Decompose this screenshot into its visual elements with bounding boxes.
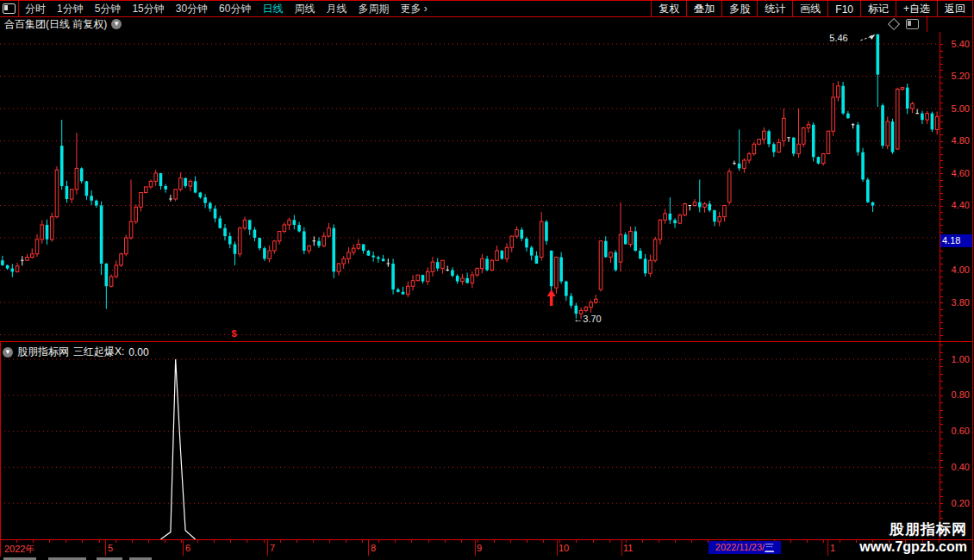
time-axis-label: 6 <box>185 543 190 553</box>
period-item-30分钟[interactable]: 30分钟 <box>176 2 208 16</box>
indicator-value: 0.00 <box>128 346 148 358</box>
period-item-5分钟[interactable]: 5分钟 <box>95 2 122 16</box>
annotation-low-price: ←3.70 <box>573 314 601 324</box>
time-axis[interactable]: 2022年56789101112022/11/23/三 <box>0 539 972 557</box>
indicator-source: 股朋指标网 <box>17 345 69 359</box>
period-item-月线[interactable]: 月线 <box>326 2 347 16</box>
price-axis-label: 5.40 <box>952 40 970 49</box>
annotation-high-price: 5.46 <box>829 33 847 43</box>
divider <box>927 16 927 32</box>
price-axis-label: 5.20 <box>952 72 970 81</box>
tool-item-标记[interactable]: 标记 <box>860 1 896 16</box>
page-title: 合百集团(日线 前复权) <box>0 17 107 32</box>
watermark: 股朋指标网 www.7gpzb.com <box>859 520 967 555</box>
window-left-border <box>0 341 1 557</box>
tool-item-F10[interactable]: F10 <box>827 1 860 16</box>
indicator-axis-label: 1.00 <box>952 355 970 364</box>
time-axis-label: 5 <box>108 543 113 553</box>
tool-item-画线[interactable]: 画线 <box>792 1 827 16</box>
chevron-down-circle-icon[interactable]: ▼ <box>3 347 13 358</box>
sell-dollar-marker: $ <box>232 328 237 339</box>
indicator-axis-label: 0.80 <box>952 390 970 400</box>
price-axis-label: 4.00 <box>952 265 970 275</box>
time-axis-label: 8 <box>371 543 376 553</box>
indicator-axis-label: 0.40 <box>952 463 970 472</box>
period-item-日线[interactable]: 日线 <box>262 2 283 16</box>
chevron-down-circle-icon[interactable]: ▼ <box>111 19 122 29</box>
selected-date-tag: 2022/11/23/三 <box>709 541 781 554</box>
time-axis-label: 10 <box>559 543 569 553</box>
price-axis-label: 4.80 <box>952 136 970 146</box>
price-axis-label: 4.40 <box>952 201 970 210</box>
price-axis-label: 4.60 <box>952 169 970 178</box>
indicator-axis-label: 0.60 <box>952 426 970 436</box>
trading-app-window: 分时1分钟5分钟15分钟30分钟60分钟日线周线月线多周期更多 › 复权叠加多股… <box>0 0 974 560</box>
tool-item-+自选[interactable]: +自选 <box>896 1 937 16</box>
candlestick-chart[interactable]: 5.46←3.70$ <box>0 32 940 341</box>
period-item-更多 ›[interactable]: 更多 › <box>400 2 427 16</box>
window-split-icon <box>3 3 16 14</box>
clipped-bottom-tabs <box>0 557 974 560</box>
tool-item-叠加[interactable]: 叠加 <box>686 1 721 16</box>
indicator-name: 三红起爆X: <box>73 345 124 359</box>
panel-toggle-button[interactable] <box>0 1 19 16</box>
tool-item-统计[interactable]: 统计 <box>757 1 792 16</box>
indicator-axis: 1.000.800.600.400.20 <box>940 342 973 539</box>
time-axis-label: 7 <box>270 543 275 553</box>
period-item-1分钟[interactable]: 1分钟 <box>57 2 84 16</box>
time-axis-label: 9 <box>477 543 482 553</box>
window-right-border <box>972 0 973 560</box>
tools-menu: 复权叠加多股统计画线F10标记+自选返回 <box>651 1 972 16</box>
tool-item-复权[interactable]: 复权 <box>651 1 686 16</box>
time-axis-label: 2022年 <box>4 543 34 556</box>
period-item-分时[interactable]: 分时 <box>25 2 46 16</box>
price-axis-label: 3.80 <box>952 298 970 308</box>
watermark-line1: 股朋指标网 <box>859 520 967 539</box>
tool-item-多股[interactable]: 多股 <box>721 1 757 16</box>
diamond-outline-icon[interactable] <box>888 18 900 30</box>
period-item-60分钟[interactable]: 60分钟 <box>219 2 251 16</box>
last-price-tag: 4.18 <box>940 234 973 247</box>
price-axis-label: 5.00 <box>952 104 970 114</box>
period-item-多周期[interactable]: 多周期 <box>358 2 389 16</box>
indicator-panel[interactable]: ▼ 股朋指标网 三红起爆X: 0.00 <box>0 342 940 539</box>
watermark-line2: www.7gpzb.com <box>859 539 967 555</box>
period-toolbar: 分时1分钟5分钟15分钟30分钟60分钟日线周线月线多周期更多 › 复权叠加多股… <box>0 0 972 17</box>
indicator-header: ▼ 股朋指标网 三红起爆X: 0.00 <box>3 345 149 359</box>
window-icon[interactable] <box>906 19 919 29</box>
period-item-15分钟[interactable]: 15分钟 <box>132 2 164 16</box>
period-menu: 分时1分钟5分钟15分钟30分钟60分钟日线周线月线多周期更多 › <box>19 2 651 16</box>
period-item-周线[interactable]: 周线 <box>294 2 315 16</box>
indicator-axis-label: 0.20 <box>952 499 970 508</box>
chart-title-bar: 合百集团(日线 前复权) ▼ <box>0 16 972 32</box>
tool-item-返回[interactable]: 返回 <box>937 1 972 16</box>
price-axis: 5.405.205.004.804.604.404.003.804.18 <box>940 32 973 341</box>
time-axis-label: 1 <box>830 543 835 553</box>
time-axis-label: 11 <box>623 543 633 553</box>
